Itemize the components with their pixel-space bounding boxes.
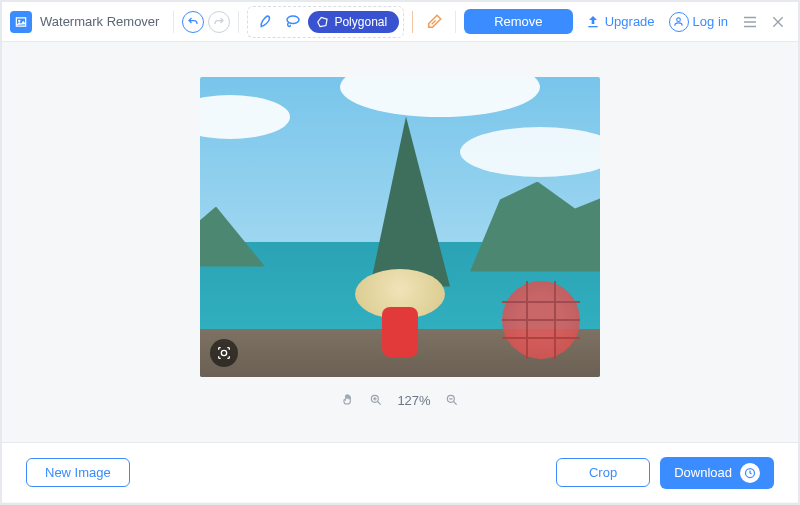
image-canvas[interactable] — [200, 77, 600, 377]
user-icon — [669, 12, 689, 32]
canvas-area: 127% — [2, 42, 798, 442]
upload-icon — [585, 14, 601, 30]
upgrade-link[interactable]: Upgrade — [585, 14, 655, 30]
polygonal-tool-button[interactable]: Polygonal — [308, 11, 399, 33]
brush-tool-icon[interactable] — [252, 9, 278, 35]
crop-button[interactable]: Crop — [556, 458, 650, 487]
app-logo — [10, 11, 32, 33]
remove-label: Remove — [494, 14, 542, 29]
zoom-in-icon[interactable] — [369, 393, 383, 407]
new-image-label: New Image — [45, 465, 111, 480]
divider — [455, 11, 456, 33]
divider — [173, 11, 174, 33]
polygonal-label: Polygonal — [334, 15, 387, 29]
undo-button[interactable] — [182, 11, 204, 33]
zoom-value: 127% — [397, 393, 430, 408]
crop-label: Crop — [589, 465, 617, 480]
zoom-out-icon[interactable] — [445, 393, 459, 407]
svg-point-4 — [221, 350, 226, 355]
redo-button[interactable] — [208, 11, 230, 33]
clock-icon — [740, 463, 760, 483]
footer: New Image Crop Download — [2, 442, 798, 502]
svg-point-1 — [287, 16, 299, 24]
download-label: Download — [674, 465, 732, 480]
remove-button[interactable]: Remove — [464, 9, 572, 34]
svg-point-0 — [18, 19, 20, 21]
lens-search-icon[interactable] — [210, 339, 238, 367]
divider — [412, 11, 413, 33]
close-icon[interactable] — [766, 10, 790, 34]
login-link[interactable]: Log in — [669, 12, 728, 32]
download-button[interactable]: Download — [660, 457, 774, 489]
lasso-tool-icon[interactable] — [280, 9, 306, 35]
svg-rect-2 — [588, 26, 597, 27]
eraser-tool-icon[interactable] — [421, 9, 447, 35]
hand-tool-icon[interactable] — [341, 393, 355, 407]
zoom-controls: 127% — [341, 393, 458, 408]
new-image-button[interactable]: New Image — [26, 458, 130, 487]
selection-tool-group: Polygonal — [247, 6, 404, 38]
divider — [238, 11, 239, 33]
watermark-overlay[interactable] — [502, 281, 580, 359]
menu-icon[interactable] — [738, 10, 762, 34]
svg-point-3 — [677, 18, 681, 22]
upgrade-label: Upgrade — [605, 14, 655, 29]
toolbar: Watermark Remover Polygonal Remove Upgra… — [2, 2, 798, 42]
login-label: Log in — [693, 14, 728, 29]
app-title: Watermark Remover — [40, 14, 159, 29]
